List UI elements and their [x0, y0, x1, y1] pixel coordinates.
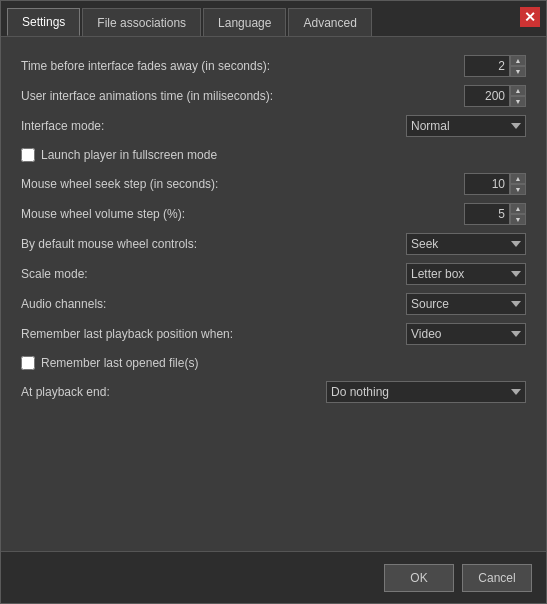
mouse-controls-select[interactable]: Seek Volume [406, 233, 526, 255]
remember-position-label: Remember last playback position when: [21, 327, 406, 341]
tab-file-associations[interactable]: File associations [82, 8, 201, 36]
remember-position-row: Remember last playback position when: Vi… [21, 319, 526, 349]
fullscreen-checkbox[interactable] [21, 148, 35, 162]
tab-language[interactable]: Language [203, 8, 286, 36]
scale-mode-select[interactable]: Letter box Crop Stretch Original [406, 263, 526, 285]
ok-button[interactable]: OK [384, 564, 454, 592]
remember-position-control: Video Audio Never [406, 323, 526, 345]
volume-step-spinner: ▲ ▼ [510, 203, 526, 225]
anim-time-spinner: ▲ ▼ [510, 85, 526, 107]
scale-mode-label: Scale mode: [21, 267, 406, 281]
anim-time-input[interactable] [464, 85, 510, 107]
tab-bar: Settings File associations Language Adva… [7, 1, 372, 36]
anim-time-label: User interface animations time (in milis… [21, 89, 464, 103]
volume-step-down[interactable]: ▼ [510, 214, 526, 225]
playback-end-select[interactable]: Do nothing Stop Repeat Next [326, 381, 526, 403]
close-button[interactable]: ✕ [520, 7, 540, 27]
interface-mode-control: Normal Minimal Full [406, 115, 526, 137]
mouse-controls-row: By default mouse wheel controls: Seek Vo… [21, 229, 526, 259]
seek-step-input[interactable] [464, 173, 510, 195]
playback-end-row: At playback end: Do nothing Stop Repeat … [21, 377, 526, 407]
volume-step-label: Mouse wheel volume step (%): [21, 207, 464, 221]
fade-time-down[interactable]: ▼ [510, 66, 526, 77]
title-bar: Settings File associations Language Adva… [1, 1, 546, 37]
seek-step-control: ▲ ▼ [464, 173, 526, 195]
tab-settings[interactable]: Settings [7, 8, 80, 36]
mouse-controls-control: Seek Volume [406, 233, 526, 255]
fade-time-input[interactable] [464, 55, 510, 77]
anim-time-down[interactable]: ▼ [510, 96, 526, 107]
seek-step-down[interactable]: ▼ [510, 184, 526, 195]
remember-files-checkbox[interactable] [21, 356, 35, 370]
anim-time-up[interactable]: ▲ [510, 85, 526, 96]
cancel-button[interactable]: Cancel [462, 564, 532, 592]
scale-mode-row: Scale mode: Letter box Crop Stretch Orig… [21, 259, 526, 289]
seek-step-spinner: ▲ ▼ [510, 173, 526, 195]
remember-files-label[interactable]: Remember last opened file(s) [41, 356, 198, 370]
seek-step-up[interactable]: ▲ [510, 173, 526, 184]
anim-time-control: ▲ ▼ [464, 85, 526, 107]
scale-mode-control: Letter box Crop Stretch Original [406, 263, 526, 285]
anim-time-row: User interface animations time (in milis… [21, 81, 526, 111]
playback-end-control: Do nothing Stop Repeat Next [326, 381, 526, 403]
fullscreen-label[interactable]: Launch player in fullscreen mode [41, 148, 217, 162]
fade-time-spinner: ▲ ▼ [510, 55, 526, 77]
fade-time-row: Time before interface fades away (in sec… [21, 51, 526, 81]
fade-time-up[interactable]: ▲ [510, 55, 526, 66]
settings-content: Time before interface fades away (in sec… [1, 37, 546, 551]
remember-files-row: Remember last opened file(s) [21, 349, 526, 377]
seek-step-label: Mouse wheel seek step (in seconds): [21, 177, 464, 191]
interface-mode-row: Interface mode: Normal Minimal Full [21, 111, 526, 141]
volume-step-up[interactable]: ▲ [510, 203, 526, 214]
audio-channels-label: Audio channels: [21, 297, 406, 311]
audio-channels-select[interactable]: Source Stereo Surround [406, 293, 526, 315]
volume-step-row: Mouse wheel volume step (%): ▲ ▼ [21, 199, 526, 229]
footer: OK Cancel [1, 551, 546, 603]
interface-mode-select[interactable]: Normal Minimal Full [406, 115, 526, 137]
seek-step-row: Mouse wheel seek step (in seconds): ▲ ▼ [21, 169, 526, 199]
audio-channels-row: Audio channels: Source Stereo Surround [21, 289, 526, 319]
interface-mode-label: Interface mode: [21, 119, 406, 133]
tab-advanced[interactable]: Advanced [288, 8, 371, 36]
playback-end-label: At playback end: [21, 385, 326, 399]
fullscreen-row: Launch player in fullscreen mode [21, 141, 526, 169]
volume-step-input[interactable] [464, 203, 510, 225]
fade-time-control: ▲ ▼ [464, 55, 526, 77]
remember-position-select[interactable]: Video Audio Never [406, 323, 526, 345]
audio-channels-control: Source Stereo Surround [406, 293, 526, 315]
volume-step-control: ▲ ▼ [464, 203, 526, 225]
fade-time-label: Time before interface fades away (in sec… [21, 59, 464, 73]
mouse-controls-label: By default mouse wheel controls: [21, 237, 406, 251]
settings-window: Settings File associations Language Adva… [0, 0, 547, 604]
